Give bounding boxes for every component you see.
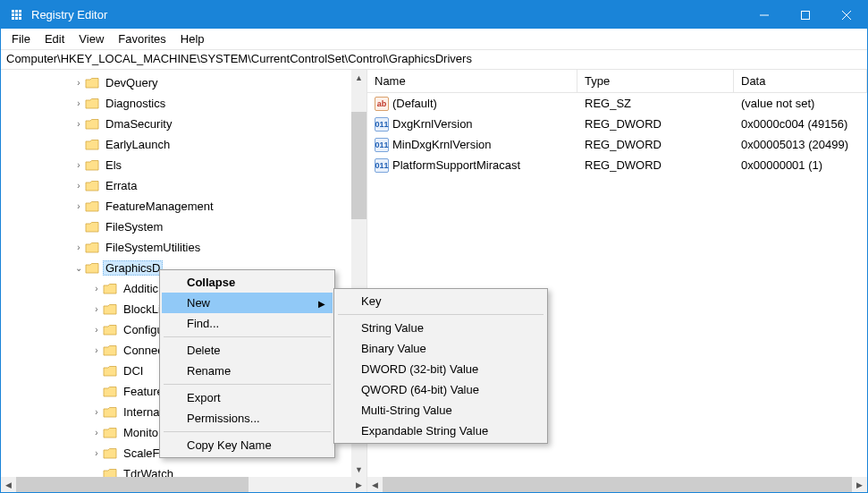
menu-view[interactable]: View bbox=[72, 30, 111, 47]
menu-help[interactable]: Help bbox=[173, 30, 212, 47]
sub-string[interactable]: String Value bbox=[336, 318, 545, 338]
col-name[interactable]: Name bbox=[367, 70, 577, 92]
expand-icon[interactable]: › bbox=[72, 201, 85, 211]
sub-binary[interactable]: Binary Value bbox=[336, 338, 545, 359]
ctx-collapse[interactable]: Collapse bbox=[162, 272, 333, 293]
expand-icon[interactable]: › bbox=[72, 242, 85, 252]
values-list[interactable]: ab(Default)REG_SZ(value not set)011DxgKr… bbox=[367, 93, 867, 175]
scroll-thumb-v[interactable] bbox=[351, 112, 367, 219]
menu-file[interactable]: File bbox=[4, 30, 38, 47]
ctx-rename[interactable]: Rename bbox=[162, 361, 333, 381]
expand-icon[interactable] bbox=[90, 469, 103, 477]
submenu-arrow-icon: ▶ bbox=[318, 298, 325, 308]
folder-icon bbox=[103, 468, 117, 478]
scroll-left-icon[interactable]: ◀ bbox=[1, 477, 16, 492]
context-menu: Collapse New▶ Find... Delete Rename Expo… bbox=[159, 269, 335, 458]
address-bar[interactable]: Computer\HKEY_LOCAL_MACHINE\SYSTEM\Curre… bbox=[1, 50, 867, 70]
values-header: Name Type Data bbox=[367, 70, 867, 93]
expand-icon[interactable]: › bbox=[90, 304, 103, 314]
folder-icon bbox=[85, 77, 99, 89]
tree-label: Interna bbox=[121, 404, 162, 420]
expand-icon[interactable] bbox=[72, 222, 85, 232]
title-bar[interactable]: Registry Editor bbox=[1, 1, 867, 29]
folder-icon bbox=[85, 118, 99, 131]
scroll-right-icon[interactable]: ▶ bbox=[852, 477, 867, 492]
close-button[interactable] bbox=[826, 1, 867, 29]
tree-scrollbar-h[interactable]: ◀ ▶ bbox=[1, 477, 367, 492]
ctx-export[interactable]: Export bbox=[162, 387, 333, 408]
expand-icon[interactable]: › bbox=[72, 181, 85, 191]
ctx-new[interactable]: New▶ bbox=[162, 293, 333, 313]
ctx-delete[interactable]: Delete bbox=[162, 340, 333, 361]
value-row[interactable]: 011PlatformSupportMiracastREG_DWORD0x000… bbox=[367, 155, 867, 175]
tree-item[interactable]: ›Els bbox=[1, 155, 367, 175]
svg-rect-10 bbox=[802, 11, 810, 19]
tree-label: EarlyLaunch bbox=[103, 137, 173, 152]
col-type[interactable]: Type bbox=[577, 70, 734, 92]
tree-label: GraphicsD bbox=[103, 260, 163, 276]
expand-icon[interactable]: › bbox=[72, 160, 85, 170]
expand-icon[interactable]: ⌄ bbox=[72, 263, 85, 273]
dword-value-icon: 011 bbox=[375, 138, 389, 152]
expand-icon[interactable]: › bbox=[90, 284, 103, 293]
sub-multi[interactable]: Multi-String Value bbox=[336, 400, 545, 421]
expand-icon[interactable]: › bbox=[72, 119, 85, 129]
ctx-permissions[interactable]: Permissions... bbox=[162, 408, 333, 429]
scroll-down-icon[interactable]: ▼ bbox=[351, 462, 367, 477]
sub-key[interactable]: Key bbox=[336, 291, 545, 311]
tree-item[interactable]: EarlyLaunch bbox=[1, 134, 367, 155]
tree-item[interactable]: ›DevQuery bbox=[1, 72, 367, 93]
sub-expand[interactable]: Expandable String Value bbox=[336, 421, 545, 441]
scroll-thumb-h[interactable] bbox=[16, 477, 249, 492]
expand-icon[interactable] bbox=[90, 366, 103, 376]
minimize-button[interactable] bbox=[744, 1, 785, 29]
folder-icon bbox=[85, 98, 99, 110]
value-data: (value not set) bbox=[734, 97, 867, 110]
ctx-separator bbox=[164, 431, 331, 432]
tree-label: DevQuery bbox=[103, 75, 161, 90]
sub-dword[interactable]: DWORD (32-bit) Value bbox=[336, 359, 545, 379]
expand-icon[interactable]: › bbox=[90, 345, 103, 355]
svg-rect-4 bbox=[15, 13, 18, 16]
col-data[interactable]: Data bbox=[734, 70, 867, 92]
value-row[interactable]: 011MinDxgKrnlVersionREG_DWORD0x00005013 … bbox=[367, 134, 867, 155]
tree-item[interactable]: ›DmaSecurity bbox=[1, 114, 367, 134]
value-row[interactable]: 011DxgKrnlVersionREG_DWORD0x0000c004 (49… bbox=[367, 114, 867, 134]
tree-label: FeatureManagement bbox=[103, 199, 216, 214]
tree-item[interactable]: FileSystem bbox=[1, 217, 367, 237]
menu-edit[interactable]: Edit bbox=[38, 30, 72, 47]
scroll-up-icon[interactable]: ▲ bbox=[351, 70, 367, 85]
sub-qword[interactable]: QWORD (64-bit) Value bbox=[336, 379, 545, 400]
scroll-left-icon[interactable]: ◀ bbox=[367, 477, 383, 492]
scroll-right-icon[interactable]: ▶ bbox=[351, 477, 367, 492]
value-type: REG_SZ bbox=[577, 97, 734, 110]
expand-icon[interactable]: › bbox=[90, 428, 103, 438]
folder-icon bbox=[85, 200, 99, 213]
values-scrollbar-h[interactable]: ◀ ▶ bbox=[367, 477, 867, 492]
tree-item[interactable]: ›FeatureManagement bbox=[1, 196, 367, 217]
value-row[interactable]: ab(Default)REG_SZ(value not set) bbox=[367, 93, 867, 114]
expand-icon[interactable]: › bbox=[72, 78, 85, 88]
scroll-thumb-h[interactable] bbox=[383, 477, 852, 492]
ctx-find[interactable]: Find... bbox=[162, 313, 333, 334]
folder-icon bbox=[103, 344, 117, 357]
expand-icon[interactable]: › bbox=[90, 407, 103, 417]
tree-item[interactable]: ›FileSystemUtilities bbox=[1, 237, 367, 258]
expand-icon[interactable] bbox=[72, 140, 85, 149]
menu-favorites[interactable]: Favorites bbox=[111, 30, 173, 47]
ctx-copy-key-name[interactable]: Copy Key Name bbox=[162, 435, 333, 455]
folder-icon bbox=[103, 406, 117, 419]
svg-rect-1 bbox=[15, 10, 18, 13]
expand-icon[interactable] bbox=[90, 387, 103, 396]
ctx-separator bbox=[164, 336, 331, 337]
expand-icon[interactable]: › bbox=[72, 98, 85, 108]
expand-icon[interactable]: › bbox=[90, 448, 103, 458]
tree-item[interactable]: ›Diagnostics bbox=[1, 93, 367, 114]
tree-item[interactable]: ›Errata bbox=[1, 175, 367, 196]
folder-icon bbox=[85, 139, 99, 151]
maximize-button[interactable] bbox=[785, 1, 826, 29]
expand-icon[interactable]: › bbox=[90, 325, 103, 335]
tree-item[interactable]: TdrWatch bbox=[1, 463, 367, 477]
dword-value-icon: 011 bbox=[375, 117, 389, 132]
folder-icon bbox=[85, 242, 99, 254]
